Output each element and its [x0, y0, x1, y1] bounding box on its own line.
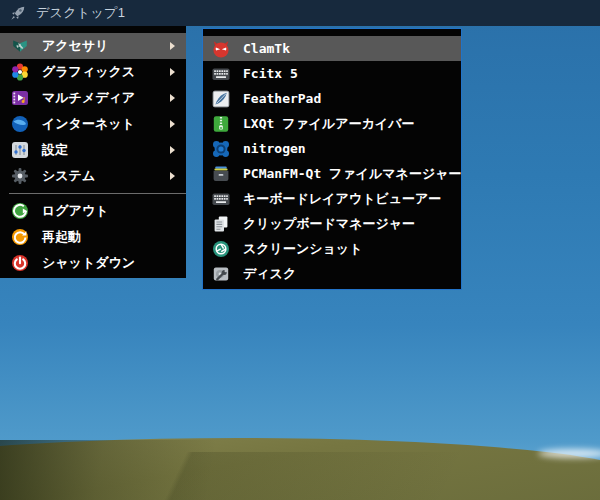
- submenu-arrow-icon: [170, 42, 175, 50]
- accessories-submenu: ClamTkFcitx 5FeatherPadLXQt ファイルアーカイバーni…: [202, 28, 462, 290]
- keyboard-icon: [211, 189, 231, 209]
- nitrogen-icon: [211, 139, 231, 159]
- clipboard-icon: [211, 214, 231, 234]
- submenu-arrow-icon: [170, 94, 175, 102]
- menu-item-clamtk[interactable]: ClamTk: [203, 36, 461, 61]
- keyboard-icon: [211, 64, 231, 84]
- menu-item-nitrogen[interactable]: nitrogen: [203, 136, 461, 161]
- menu-item-label: 設定: [42, 141, 68, 159]
- menu-item-archiver[interactable]: LXQt ファイルアーカイバー: [203, 111, 461, 136]
- accessories-icon: [10, 36, 30, 56]
- menu-item-label: システム: [42, 167, 95, 185]
- submenu-arrow-icon: [170, 146, 175, 154]
- menu-item-system[interactable]: システム: [0, 163, 186, 189]
- menu-item-settings[interactable]: 設定: [0, 137, 186, 163]
- screenshot-icon: [211, 239, 231, 259]
- menu-item-keyboard[interactable]: キーボードレイアウトビューアー: [203, 186, 461, 211]
- menu-item-label: インターネット: [42, 115, 135, 133]
- graphics-icon: [10, 62, 30, 82]
- disk-icon: [211, 264, 231, 284]
- menu-separator: [9, 193, 186, 194]
- menu-item-internet[interactable]: インターネット: [0, 111, 186, 137]
- menu-item-shutdown[interactable]: シャットダウン: [0, 250, 186, 276]
- menu-item-label: PCManFM-Qt ファイルマネージャー: [243, 165, 462, 183]
- menu-item-featherpad[interactable]: FeatherPad: [203, 86, 461, 111]
- featherpad-icon: [211, 89, 231, 109]
- desktop-name[interactable]: デスクトップ1: [36, 4, 125, 22]
- system-icon: [10, 166, 30, 186]
- menu-item-label: シャットダウン: [42, 254, 135, 272]
- menu-item-logout[interactable]: ログアウト: [0, 198, 186, 224]
- desktop: デスクトップ1 アクセサリグラフィックスマルチメディアインターネット設定システム…: [0, 0, 600, 500]
- filemanager-icon: [211, 164, 231, 184]
- clamtk-icon: [211, 39, 231, 59]
- logout-icon: [10, 201, 30, 221]
- shutdown-icon: [10, 253, 30, 273]
- internet-icon: [10, 114, 30, 134]
- menu-item-disk[interactable]: ディスク: [203, 261, 461, 286]
- wallpaper-hill-fold: [0, 452, 600, 500]
- multimedia-icon: [10, 88, 30, 108]
- menu-item-label: クリップボードマネージャー: [243, 215, 415, 233]
- wallpaper-cloud: [538, 449, 600, 458]
- menu-item-reboot[interactable]: 再起動: [0, 224, 186, 250]
- main-menu: アクセサリグラフィックスマルチメディアインターネット設定システムログアウト再起動…: [0, 26, 186, 278]
- reboot-icon: [10, 227, 30, 247]
- desktop-pager-bar: デスクトップ1: [0, 0, 600, 26]
- submenu-arrow-icon: [170, 172, 175, 180]
- menu-item-label: Fcitx 5: [243, 66, 298, 81]
- menu-item-label: マルチメディア: [42, 89, 135, 107]
- submenu-arrow-icon: [170, 120, 175, 128]
- menu-item-graphics[interactable]: グラフィックス: [0, 59, 186, 85]
- menu-item-label: グラフィックス: [42, 63, 135, 81]
- submenu-arrow-icon: [170, 68, 175, 76]
- rocket-icon: [9, 4, 27, 22]
- menu-item-label: スクリーンショット: [243, 240, 362, 258]
- menu-item-label: アクセサリ: [42, 37, 109, 55]
- menu-item-filemanager[interactable]: PCManFM-Qt ファイルマネージャー: [203, 161, 461, 186]
- menu-item-clipboard[interactable]: クリップボードマネージャー: [203, 211, 461, 236]
- menu-item-label: ログアウト: [42, 202, 109, 220]
- menu-item-label: ClamTk: [243, 41, 290, 56]
- menu-item-label: ディスク: [243, 265, 296, 283]
- archiver-icon: [211, 114, 231, 134]
- menu-item-label: nitrogen: [243, 141, 306, 156]
- settings-icon: [10, 140, 30, 160]
- menu-item-label: 再起動: [42, 228, 81, 246]
- menu-item-label: LXQt ファイルアーカイバー: [243, 115, 415, 133]
- menu-item-accessories[interactable]: アクセサリ: [0, 33, 186, 59]
- menu-item-screenshot[interactable]: スクリーンショット: [203, 236, 461, 261]
- menu-item-keyboard[interactable]: Fcitx 5: [203, 61, 461, 86]
- menu-item-label: キーボードレイアウトビューアー: [243, 190, 441, 208]
- menu-item-multimedia[interactable]: マルチメディア: [0, 85, 186, 111]
- menu-item-label: FeatherPad: [243, 91, 321, 106]
